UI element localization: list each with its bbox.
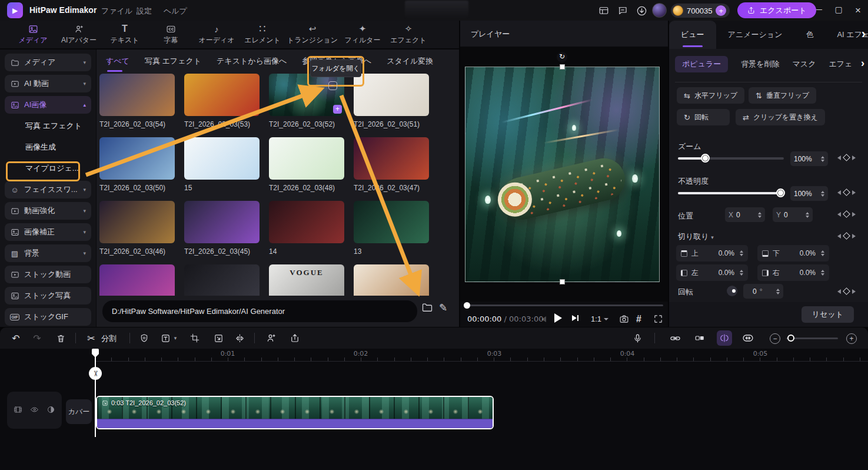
feedback-icon[interactable] (616, 4, 630, 18)
export-frame-button[interactable] (287, 330, 302, 346)
crop-label[interactable]: 切り取り ▾ (678, 231, 714, 242)
sidebar-item-face-swap[interactable]: ☺ フェイススワ... ▾ (5, 181, 91, 198)
spinner[interactable] (776, 289, 780, 294)
timeline-clip[interactable]: 0:03 T2I_2026_02_03(52) (96, 396, 494, 429)
media-thumbnail[interactable]: T2I_2026_02_03(46) (99, 201, 175, 264)
thumbnail-image[interactable] (269, 137, 344, 180)
zoom-value-field[interactable]: 100% (790, 151, 828, 166)
cover-button[interactable]: カバー (66, 399, 92, 424)
redo-button[interactable]: ↷ (29, 330, 45, 346)
zoom-in-button[interactable]: + (846, 333, 857, 344)
position-x-field[interactable]: X0 (725, 207, 765, 222)
tab-subtitles[interactable]: 字幕 (149, 22, 192, 48)
keyframe-prev-icon[interactable] (835, 155, 841, 160)
keyframe-next-icon[interactable] (852, 155, 858, 160)
rotation-keyframe-controls[interactable] (835, 289, 858, 294)
maximize-button[interactable]: ▢ (833, 5, 844, 14)
tab-effects[interactable]: ✧ エフェクト (387, 22, 430, 48)
sidebar-item-video-enhance[interactable]: 動画強化 ▾ (5, 202, 91, 220)
resize-handle-bottom[interactable] (560, 279, 565, 284)
tab-color[interactable]: 色 (794, 21, 825, 49)
player-progress-bar[interactable] (465, 304, 663, 306)
opacity-slider-knob[interactable] (776, 188, 785, 197)
media-thumbnail[interactable]: T2I_2026_02_03(48) (269, 137, 344, 201)
tab-view[interactable]: ビュー (669, 21, 716, 49)
position-y-field[interactable]: Y0 (773, 207, 813, 222)
sidebar-item-ai-image[interactable]: AI画像 ▴ (5, 96, 91, 114)
split-label[interactable]: 分割 (101, 333, 117, 344)
edit-path-icon[interactable]: ✎ (439, 302, 447, 314)
spinner[interactable] (806, 212, 809, 218)
sidebar-item-image-generation[interactable]: 画像生成 (5, 138, 91, 156)
chevron-down-icon[interactable]: ▾ (172, 330, 179, 346)
zoom-keyframe-controls[interactable] (835, 155, 858, 160)
spinner[interactable] (758, 212, 761, 218)
layout-icon[interactable] (597, 4, 611, 18)
timeline-zoom-knob[interactable] (787, 335, 794, 342)
keyframe-diamond-icon[interactable] (843, 232, 850, 240)
sidebar-item-background[interactable]: ▨ 背景 ▾ (5, 244, 91, 262)
grid-icon[interactable]: # (636, 314, 641, 325)
sidebar-item-stock-gif[interactable]: GIF ストックGIF (5, 308, 91, 326)
text-style-button[interactable] (158, 330, 173, 346)
tabs-scroll-right-icon[interactable]: › (862, 27, 866, 42)
tab-media[interactable]: メディア (12, 22, 54, 48)
delete-button[interactable] (53, 330, 68, 346)
opacity-slider[interactable] (678, 192, 784, 194)
sidebar-item-stock-video[interactable]: ストック動画 (5, 266, 91, 283)
flip-vertical-button[interactable]: ⇅ 垂直フリップ (749, 87, 816, 104)
spinner[interactable] (821, 191, 824, 197)
minimize-button[interactable]: ─ (813, 5, 825, 14)
opacity-value-field[interactable]: 100% (790, 186, 828, 201)
tab-text[interactable]: T テキスト (104, 22, 146, 48)
thumbnail-image[interactable] (269, 201, 344, 243)
timeline[interactable]: 0:01 0:02 0:03 0:04 0:05 カバー 0:03 T2I_20… (0, 349, 868, 470)
thumbnail-image[interactable] (354, 137, 429, 180)
thumbnail-image[interactable] (184, 201, 260, 243)
timeline-ruler[interactable]: 0:01 0:02 0:03 0:04 0:05 (95, 349, 868, 362)
opacity-keyframe-controls[interactable] (835, 190, 858, 195)
spinner[interactable] (740, 270, 743, 276)
aspect-ratio-select[interactable]: 1:1 (591, 315, 608, 323)
media-thumbnail[interactable]: T2I_2026_02_03(53) (184, 74, 260, 137)
resize-handle-top[interactable] (560, 64, 565, 69)
thumbnail-image[interactable] (99, 137, 175, 180)
mirror-button[interactable] (232, 330, 247, 346)
tab-elements[interactable]: ∷ エレメント (241, 22, 284, 48)
mark-button[interactable] (137, 330, 152, 346)
sidebar-item-stock-photo[interactable]: ストック写真 (5, 287, 91, 304)
link-clips-button[interactable] (667, 330, 683, 346)
subtabs-scroll-right-icon[interactable]: › (861, 57, 864, 69)
auto-ripple-button[interactable] (717, 330, 732, 346)
rotate-handle-icon[interactable]: ↻ (557, 52, 567, 62)
keyframe-prev-icon[interactable] (835, 234, 841, 239)
subtab-remove-background[interactable]: 背景を削除 (741, 59, 779, 69)
keyframe-diamond-icon[interactable] (843, 287, 850, 295)
fullscreen-icon[interactable] (653, 314, 663, 326)
thumbnail-image[interactable] (99, 201, 175, 243)
fit-timeline-button[interactable] (740, 330, 756, 346)
sidebar-item-media[interactable]: メディア ▾ (5, 54, 91, 71)
crop-button[interactable] (187, 330, 202, 346)
keyframe-prev-icon[interactable] (835, 212, 841, 217)
sticker-face-button[interactable] (264, 330, 279, 346)
flip-horizontal-button[interactable]: ⇆ 水平フリップ (677, 87, 744, 104)
spinner[interactable] (740, 250, 743, 256)
media-thumbnail[interactable]: 13 (354, 201, 429, 264)
subtab-mask[interactable]: マスク (793, 59, 816, 69)
timeline-zoom-slider[interactable] (786, 337, 838, 339)
library-tab-all[interactable]: すべて (106, 56, 129, 67)
close-button[interactable]: × (852, 5, 864, 16)
export-button[interactable]: エクスポート (737, 2, 816, 18)
crop-top-field[interactable]: 上0.0% (676, 245, 748, 262)
media-thumbnail[interactable]: T2I_2026_02_03(54) (99, 74, 175, 137)
collapse-mini-icon[interactable]: − (328, 81, 337, 90)
keyframe-prev-icon[interactable] (835, 190, 841, 195)
thumbnail-image[interactable] (184, 137, 260, 180)
subtab-popular[interactable]: ポピュラー (675, 56, 728, 72)
crop-keyframe-controls[interactable] (835, 233, 858, 239)
rotate-button[interactable]: ↻ 回転 (677, 109, 730, 125)
playhead-line[interactable] (95, 349, 96, 437)
position-keyframe-controls[interactable] (835, 211, 858, 217)
subtab-effects[interactable]: エフェ (829, 59, 852, 69)
